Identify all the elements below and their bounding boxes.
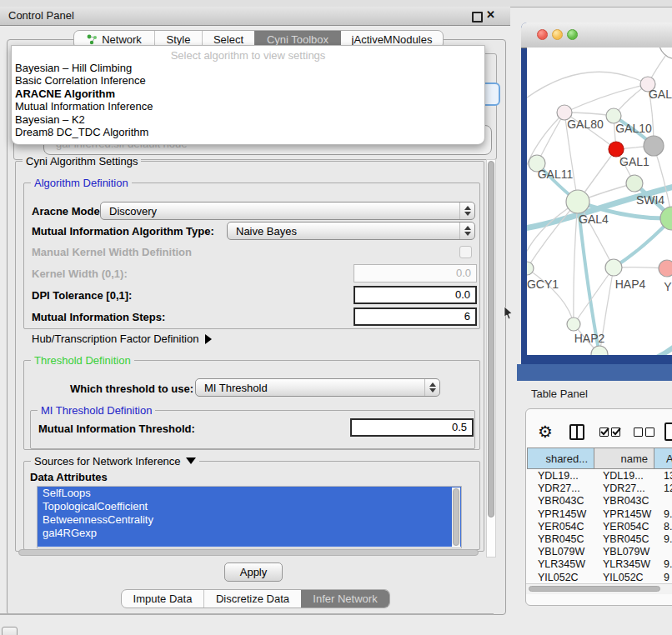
kernel-width-label: Kernel Width (0,1):	[32, 268, 128, 280]
table-cell: YER054C	[594, 521, 654, 533]
collapsed-arrow-icon	[205, 334, 212, 344]
table-row[interactable]: YBL079WYBL079W	[527, 546, 672, 558]
table-cell: YBR043C	[527, 495, 594, 508]
table-row[interactable]: YBR043CYBR043C	[527, 495, 672, 508]
network-node-hap4[interactable]	[605, 259, 622, 276]
table-horizontal-scrollbar[interactable]	[526, 583, 672, 594]
network-graph: GALGAL80GAL10GAL1GAL11SWI4GAL4GCY1HAP4YH…	[527, 48, 672, 355]
table-row[interactable]: YPR145WYPR145W9.	[527, 508, 672, 521]
gear-icon[interactable]: ⚙	[538, 422, 553, 441]
network-node-gal4[interactable]	[566, 190, 589, 213]
tab-label: Cyni Toolbox	[267, 33, 328, 46]
mi-threshold-definition-title: MI Threshold Definition	[38, 404, 155, 417]
node-label: GAL80	[567, 118, 604, 131]
network-canvas[interactable]: GALGAL80GAL10GAL1GAL11SWI4GAL4GCY1HAP4YH…	[527, 48, 672, 355]
float-icon[interactable]	[472, 12, 483, 22]
sources-toggle[interactable]: Sources for Network Inference	[31, 455, 199, 468]
data-attributes-list[interactable]: SelfLoopsTopologicalCoefficientBetweenne…	[37, 486, 462, 548]
mi-type-label: Mutual Information Algorithm Type:	[32, 225, 214, 238]
data-attribute-item[interactable]: gal4RGexp	[38, 527, 461, 540]
checked-checkbox-icon[interactable]	[599, 428, 609, 437]
which-threshold-select[interactable]: MI Threshold	[195, 378, 440, 397]
dpi-tolerance-input[interactable]: 0.0	[354, 286, 477, 304]
table-cell: YBL079W	[527, 546, 594, 558]
network-edge	[564, 84, 648, 112]
column-header-extra[interactable]: A	[654, 448, 672, 469]
tab-infer-network[interactable]: Infer Network	[301, 590, 389, 608]
unchecked-checkbox-icon[interactable]	[645, 428, 654, 437]
algorithm-option[interactable]: Mutual Information Inference	[15, 100, 481, 112]
manual-kernel-label: Manual Kernel Width Definition	[32, 246, 192, 258]
algorithm-option[interactable]: Dream8 DC_TDC Algorithm	[15, 126, 481, 138]
close-icon[interactable]: ✕	[486, 8, 495, 21]
algorithm-option[interactable]: Bayesian – K2	[15, 113, 481, 126]
attributes-scrollbar[interactable]	[452, 488, 460, 547]
checked-checkbox-icon[interactable]	[611, 428, 620, 437]
scrollbar-thumb[interactable]	[453, 488, 459, 546]
mini-corner-button[interactable]	[2, 627, 18, 635]
algorithm-option[interactable]: Bayesian – Hill Climbing	[15, 62, 481, 74]
settings-horizontal-scrollbar[interactable]	[18, 549, 479, 556]
data-attribute-item[interactable]: BetweennessCentrality	[38, 513, 461, 527]
stepper-icon	[459, 202, 474, 219]
close-traffic-light-icon[interactable]	[537, 29, 548, 40]
table-row[interactable]: YDL19...YDL19...13	[527, 470, 672, 482]
panel-divider	[0, 613, 494, 615]
control-panel-titlebar[interactable]: Control Panel ✕	[0, 7, 510, 26]
table-cell: YBR045C	[527, 533, 594, 546]
table-cell: YER054C	[527, 521, 594, 533]
scrollbar-thumb[interactable]	[529, 586, 660, 592]
table-cell: YIL052C	[594, 572, 654, 584]
settings-vertical-scrollbar[interactable]	[486, 159, 496, 558]
unchecked-checkbox-icon[interactable]	[634, 428, 643, 437]
table-row[interactable]: YER054CYER054C8.	[527, 521, 672, 533]
minimize-traffic-light-icon[interactable]	[552, 29, 563, 40]
table-row[interactable]: YIL052CYIL052C9	[527, 572, 672, 584]
algorithm-dropdown-placeholder: Select algorithm to view settings	[12, 49, 484, 62]
columns-icon[interactable]	[569, 424, 584, 440]
tab-label: Infer Network	[313, 592, 377, 605]
table-row[interactable]: YDR27...YDR27...12	[527, 482, 672, 495]
column-header-shared[interactable]: shared...	[527, 448, 594, 469]
data-attribute-item[interactable]: TopologicalCoefficient	[38, 500, 461, 513]
tab-discretize-data[interactable]: Discretize Data	[203, 590, 301, 608]
network-node-gray-node[interactable]	[644, 136, 664, 156]
table-cell: YPR145W	[527, 508, 594, 521]
scrollbar-thumb[interactable]	[488, 161, 494, 518]
network-node-partial-top[interactable]	[659, 48, 672, 59]
apply-button[interactable]: Apply	[224, 562, 283, 582]
data-attribute-item-partial	[38, 540, 461, 547]
tab-label: jActiveMNodules	[352, 33, 433, 46]
network-node-hap2[interactable]	[567, 318, 580, 331]
table-panel-title: Table Panel	[531, 388, 588, 400]
tab-impute-data[interactable]: Impute Data	[122, 590, 203, 608]
node-label: GAL4	[579, 212, 609, 226]
mi-steps-input[interactable]: 6	[354, 308, 477, 326]
manual-kernel-checkbox[interactable]	[459, 246, 472, 258]
table-cell: YBR043C	[594, 495, 654, 508]
table-cell: YDL19...	[527, 470, 594, 482]
column-header-name[interactable]: name	[594, 448, 654, 469]
algorithm-definition-title: Algorithm Definition	[31, 177, 132, 189]
kernel-width-input[interactable]: 0.0	[354, 264, 477, 282]
mi-type-select[interactable]: Naive Bayes	[227, 222, 475, 240]
network-window-titlebar[interactable]	[521, 22, 672, 48]
table-row[interactable]: YBR045CYBR045C9.	[527, 533, 672, 546]
table-cell	[654, 546, 672, 558]
algorithm-option[interactable]: ARACNE Algorithm	[15, 88, 481, 100]
stepper-icon	[424, 379, 439, 396]
table-row[interactable]: YLR345WYLR345W9.	[527, 558, 672, 571]
network-edge	[527, 72, 648, 102]
network-node-y[interactable]	[659, 260, 672, 277]
aracne-mode-select[interactable]: Discovery	[100, 202, 475, 220]
zoom-traffic-light-icon[interactable]	[567, 29, 578, 40]
network-node-swi4[interactable]	[626, 175, 643, 192]
page-icon[interactable]	[664, 422, 672, 441]
stepper-icon	[459, 222, 474, 239]
node-label: HAP4	[615, 278, 646, 291]
algorithm-option[interactable]: Basic Correlation Inference	[15, 74, 481, 87]
data-attribute-item[interactable]: SelfLoops	[38, 487, 461, 500]
table-cell: YLR345W	[527, 558, 594, 571]
mi-threshold-input[interactable]: 0.5	[350, 418, 474, 437]
hub-definition-toggle[interactable]: Hub/Transcription Factor Definition	[32, 332, 212, 345]
